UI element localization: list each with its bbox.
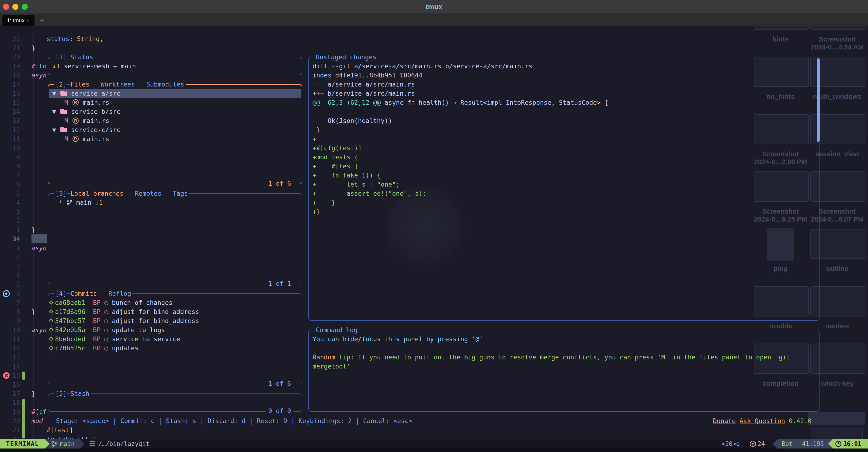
scroll-position: Bot <box>782 439 793 449</box>
mode-indicator: TERMINAL <box>0 439 45 449</box>
line-number: 18 <box>5 71 20 80</box>
diff-line: index d4fe191..8b4b951 100644 <box>312 71 422 80</box>
rust-file-icon: R <box>72 135 79 142</box>
commit-node-icon <box>49 343 53 353</box>
donate-link[interactable]: Donate <box>713 417 736 424</box>
stash-panel-title: [5]─Stash <box>54 389 91 398</box>
code-fragment: #[test] <box>46 425 73 434</box>
titlebar[interactable]: tmux <box>0 0 868 14</box>
svg-text:R: R <box>74 119 77 123</box>
terminal-window: hintsno_hintsScreenshot2024-0…2.00 PMScr… <box>0 0 868 452</box>
dir-row[interactable]: ▼ service-c/src <box>52 125 120 134</box>
desktop-icon-label: 2024-0…4.24 AM <box>798 43 868 51</box>
code-fragment: } <box>31 43 35 53</box>
tab-tmux[interactable]: 1: tmux× <box>2 15 34 26</box>
svg-text:R: R <box>74 100 77 105</box>
commit-row[interactable]: c70b525c BP ○ updates <box>55 343 138 353</box>
branch-icon <box>66 199 72 206</box>
diff-line: +} <box>312 207 320 216</box>
line-number: 11 <box>5 134 20 144</box>
diff-line: + } <box>312 198 335 207</box>
version-label: 0.42.0 <box>789 417 812 424</box>
file-row[interactable]: M R main.rs <box>64 98 110 107</box>
commit-row[interactable]: ea68eab1 BP ○ bunch of changes <box>55 298 173 307</box>
code-fragment: asyn <box>31 243 46 252</box>
line-number: 5 <box>5 280 20 289</box>
eye-icon <box>2 290 10 298</box>
line-number: 5 <box>5 189 20 198</box>
commits-panel-count: 1 of 6 <box>266 379 293 388</box>
diff-line: +#[cfg(test)] <box>312 144 362 153</box>
commit-node-icon <box>49 325 53 334</box>
diff-line: +++ b/service-a/src/main.rs <box>312 89 415 98</box>
desktop-icon-label: Screenshot <box>798 35 868 43</box>
line-number: 20 <box>5 416 20 425</box>
file-row[interactable]: M R main.rs <box>64 134 110 144</box>
command-log-panel-title: Command log <box>314 325 359 334</box>
code-fragment: mod <box>31 416 43 425</box>
branch-row[interactable]: * main ↓1 <box>59 198 103 207</box>
folder-icon <box>60 108 67 115</box>
clock-icon <box>835 440 842 447</box>
commits-panel-title: [4]─Commits - Reflog <box>54 289 132 298</box>
line-number: 7 <box>5 298 20 307</box>
window-bottom-edge <box>0 449 868 452</box>
rust-file-icon: R <box>72 99 79 106</box>
ask-question-link[interactable]: Ask Question <box>740 417 785 424</box>
clock-segment: 16:01 <box>833 439 868 449</box>
line-number: 14 <box>5 362 20 371</box>
line-number: 10 <box>5 144 20 153</box>
commit-row[interactable]: 8bebcded BP ○ service to service <box>55 334 180 343</box>
diff-scrollbar[interactable] <box>817 58 820 142</box>
commit-row[interactable]: 347bbc57 BP ○ adjust for bind_address <box>55 316 199 325</box>
code-fragment: status: String, <box>46 34 103 43</box>
code-fragment: asyn <box>31 325 46 334</box>
terminal-path: /…/bin/lazygit <box>98 439 150 449</box>
list-icon <box>90 441 95 442</box>
svg-text:R: R <box>74 137 77 141</box>
line-number: 20 <box>5 53 20 62</box>
line-number: 3 <box>5 207 20 216</box>
desktop-selection-highlight <box>808 412 865 425</box>
code-fragment: #[to <box>31 62 46 71</box>
window-title: tmux <box>0 0 868 13</box>
git-added-sign <box>22 371 25 380</box>
line-number: 16 <box>5 89 20 98</box>
tab-bar: 1: tmux× + <box>0 14 868 26</box>
diff-line: + <box>312 134 316 144</box>
commit-row[interactable]: 542e0b5a BP ○ update to logs <box>55 325 165 334</box>
line-number: 4 <box>5 198 20 207</box>
command-log-line: Random tip: If you need to pull out the … <box>312 353 790 362</box>
code-fragment: } <box>31 307 35 316</box>
dir-row[interactable]: ▼ service-b/src <box>52 107 120 116</box>
line-number: 8 <box>5 162 20 171</box>
line-number: 6 <box>5 180 20 189</box>
branches-panel-count: 1 of 1 <box>266 279 293 288</box>
package-icon <box>749 440 756 447</box>
git-branch-icon <box>51 441 58 448</box>
git-branch-label: main <box>60 439 74 449</box>
commit-node-icon <box>49 334 53 343</box>
git-branch-segment: main <box>45 439 80 449</box>
line-number: 17 <box>5 80 20 89</box>
line-number: 13 <box>5 353 20 362</box>
diff-line: + assert_eq!("one", s); <box>312 189 426 198</box>
commit-row[interactable]: a17d6a96 BP ○ adjust for bind_address <box>55 307 199 316</box>
statusline: TERMINAL main /…/bin/lazygit <20>g <box>0 439 868 449</box>
dir-row[interactable]: ▼ service-a/src <box>52 89 120 98</box>
diff-line: +mod tests { <box>312 153 358 162</box>
file-row[interactable]: M R main.rs <box>64 116 110 125</box>
diff-line: Ok(Json(healthy)) <box>312 116 392 125</box>
keybindings-bar: Stage: <space> | Commit: c | Stash: s | … <box>56 416 412 425</box>
cursor-block <box>31 234 47 243</box>
line-number: 12 <box>5 343 20 353</box>
commit-node-icon <box>49 316 53 325</box>
new-tab-button[interactable]: + <box>37 15 46 26</box>
unstaged-changes-panel-title: Unstaged changes <box>314 53 378 62</box>
git-added-sign <box>22 399 25 439</box>
tab-close-icon[interactable]: × <box>26 18 29 24</box>
command-log-line: mergetool' <box>312 362 350 371</box>
line-number: 19 <box>5 62 20 71</box>
line-number: 11 <box>5 334 20 343</box>
line-number: 9 <box>5 316 20 325</box>
